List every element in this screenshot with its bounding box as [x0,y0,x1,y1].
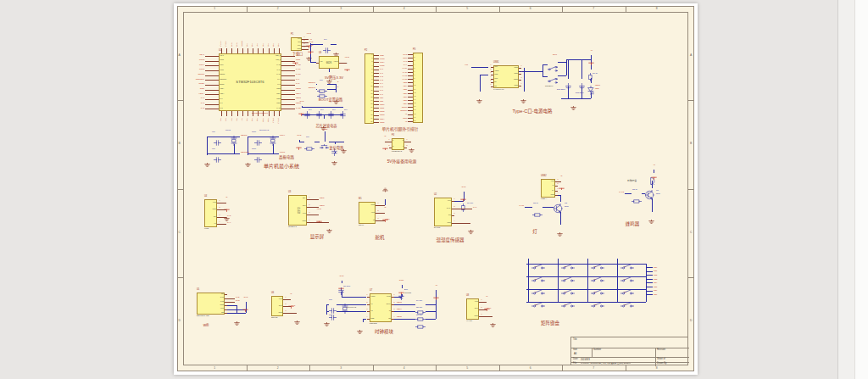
value-label[interactable]: 10K [320,92,323,93]
polar-capacitor-icon[interactable] [565,79,571,86]
switch-icon[interactable] [548,72,558,79]
power-net-label[interactable]: +5 [486,296,488,298]
net-label[interactable]: PA10 [403,67,407,69]
value-label[interactable]: 32.768KHZ [259,129,269,131]
gnd-symbol-icon[interactable] [357,322,363,327]
net-label[interactable]: PB2 [654,274,657,276]
section-label[interactable]: 舵机 [375,236,384,241]
key-switch-icon[interactable] [591,271,604,279]
component-ref[interactable]: USB2 [541,176,547,178]
power-net-label[interactable]: +3V3 [297,135,302,137]
net-label[interactable]: PA5 [231,118,232,121]
resistor-icon[interactable] [317,81,327,86]
section-label[interactable]: 时钟模块 [375,330,393,335]
component-ref[interactable]: U3 [288,192,291,194]
key-switch-icon[interactable] [561,259,575,266]
net-label[interactable]: PA3 [220,118,222,121]
net-label[interactable]: PA11 [296,69,301,70]
section-label[interactable]: 复位电路 [330,147,344,150]
component-part[interactable]: TYPE-C-6P [493,89,504,91]
power-flag-icon[interactable] [460,190,466,193]
net-label[interactable]: PA1 [380,72,383,74]
key-switch-icon[interactable] [620,259,634,266]
net-label[interactable]: PA14 [236,42,238,47]
part-label[interactable]: 32.768KHZ [347,306,356,308]
power-net-label[interactable]: +5 [225,197,228,198]
net-label[interactable]: PB7 [654,293,657,295]
resistor-icon[interactable] [632,192,642,196]
resistor-icon[interactable] [415,317,426,321]
capacitor-icon[interactable] [254,134,262,140]
net-label[interactable]: SW1 [553,54,557,56]
net-label[interactable]: PA12 [619,192,624,193]
gnd-symbol-icon[interactable] [490,316,496,321]
component-part[interactable]: USB-A [541,198,547,200]
gnd-symbol-icon[interactable] [409,142,415,147]
component-part[interactable]: XH-3P [466,320,472,322]
resistor-icon[interactable] [415,309,426,314]
net-label[interactable]: PB11 [268,118,270,122]
net-label[interactable]: 1 [337,86,338,88]
section-label[interactable]: 矩阵键盘 [541,321,559,326]
net-label[interactable]: PC15 [280,152,285,153]
part-label[interactable]: SS12D00 [545,85,553,86]
key-switch-icon[interactable] [591,284,604,292]
net-label[interactable]: PA7 [242,118,243,121]
net-label[interactable]: LED [595,88,599,90]
power-net-label[interactable]: +5 [653,164,655,166]
net-label[interactable]: 2 [337,81,338,83]
component-part[interactable]: OLED1.3 [288,226,297,228]
component-ref[interactable]: P2 [364,50,367,53]
net-label[interactable]: PB13 [397,302,402,304]
net-label[interactable]: PA4 [227,222,231,224]
net-label[interactable]: PB3 [278,43,280,47]
power-flag-icon[interactable] [296,138,302,142]
net-label[interactable]: PA15 [403,78,407,80]
power-net-label[interactable]: +5 [290,293,292,295]
component-ref[interactable]: U6 [271,293,274,295]
value-label[interactable]: Q1 [656,189,659,191]
value-label[interactable]: 10pF [252,131,256,132]
key-switch-icon[interactable] [531,271,545,279]
power-flag-icon[interactable] [242,300,248,304]
value-label[interactable]: 104 [324,38,327,40]
component-part[interactable]: ESP8266-12F [197,315,209,317]
net-label[interactable]: PB4 [403,85,407,86]
net-label[interactable]: PA5 [380,86,383,87]
key-switch-icon[interactable] [561,297,575,304]
net-label[interactable]: PA0 [201,98,204,99]
net-label[interactable]: PA3 [380,79,383,81]
part-label[interactable]: CR2032 [404,292,411,293]
component-ref[interactable]: P3 [413,49,415,52]
net-label[interactable]: PA11 [403,71,407,73]
net-label[interactable]: VSS_1 [273,118,275,123]
component-ref[interactable]: U9 [319,53,321,55]
net-label[interactable]: PB14 [296,93,301,95]
net-label[interactable]: OSCOUT [196,79,204,81]
net-label[interactable]: PC14 [380,61,384,63]
net-label[interactable]: PA12 [296,64,301,66]
net-label[interactable]: PB13 [380,114,384,115]
power-net-label[interactable]: +3V3 [299,101,304,103]
net-label[interactable]: PB1 [654,270,657,271]
component-ref[interactable]: USB1 [493,62,499,64]
key-switch-icon[interactable] [620,271,634,279]
part-label[interactable]: 有源蜂鸣器 [627,180,637,181]
net-label[interactable]: PB12 [380,110,384,112]
crystal-icon[interactable] [270,134,276,144]
component-part[interactable]: SR602 [271,317,277,319]
net-label[interactable]: PA10 [296,74,301,75]
net-label[interactable]: PB0 [386,219,390,220]
key-switch-icon[interactable] [531,297,545,304]
section-label[interactable]: 单片机最小系统 [264,164,299,169]
led-icon[interactable] [587,83,594,92]
gnd-symbol-icon[interactable] [324,315,330,320]
net-label[interactable]: PA0 [487,308,491,309]
section-label[interactable]: 显示屏 [310,235,325,240]
net-label[interactable]: PB15 [397,316,402,318]
gnd-symbol-icon[interactable] [648,212,654,217]
gnd-symbol-icon[interactable] [520,92,526,97]
schematic-canvas[interactable]: STM32F103C8T6STM32F103C8T6U1VBATVBATPC13… [0,0,868,379]
net-label[interactable]: PB7 [257,43,259,47]
net-label[interactable]: PB11 [380,107,384,109]
